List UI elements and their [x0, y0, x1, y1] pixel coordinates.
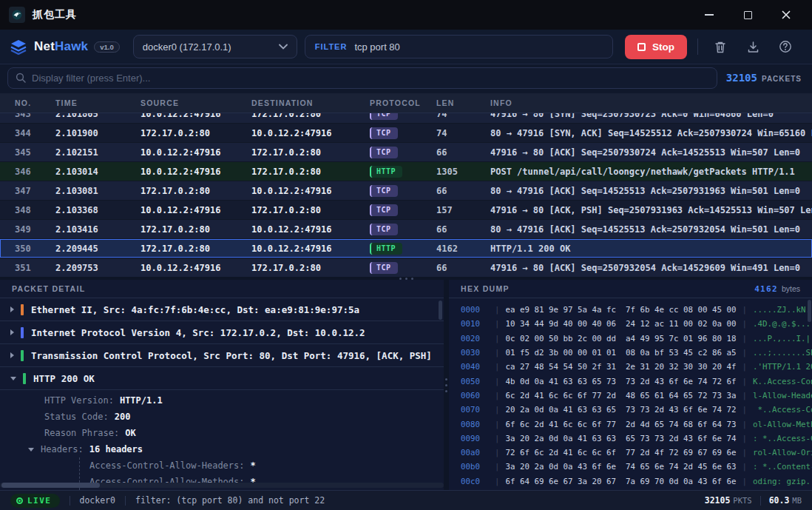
cell-time: 2.103081	[55, 186, 141, 196]
header-item-value: *	[251, 460, 256, 471]
hex-row[interactable]: 0000|ea e9 81 9e 97 5a 4a fc 7f 6b 4e cc…	[461, 303, 812, 317]
hex-bytes-label: bytes	[782, 284, 800, 293]
live-ring-icon	[16, 497, 23, 504]
detail-layer-row[interactable]: Ethernet II, Src: 4a:fc:7f:6b:4e:cc, Dst…	[0, 298, 444, 321]
cell-protocol: HTTP	[370, 166, 436, 178]
hex-row[interactable]: 0010|10 34 44 9d 40 00 40 06 24 12 ac 11…	[461, 317, 812, 331]
hex-separator: |	[495, 434, 500, 443]
hex-bytes: ca 27 48 54 54 50 2f 31 2e 31 20 32 30 3…	[506, 362, 737, 372]
help-icon[interactable]	[771, 35, 800, 58]
detail-layer-row[interactable]: Transmission Control Protocol, Src Port:…	[0, 344, 444, 367]
col-protocol[interactable]: PROTOCOL	[370, 98, 436, 107]
packet-detail-tree: Ethernet II, Src: 4a:fc:7f:6b:4e:cc, Dst…	[0, 298, 444, 490]
trash-icon[interactable]	[706, 35, 735, 58]
hex-row[interactable]: 0020|0c 02 00 50 bb 2c 00 dd a4 49 95 7c…	[461, 332, 812, 346]
display-filter-input[interactable]	[32, 73, 709, 84]
hex-row[interactable]: 00a0|72 6f 6c 2d 41 6c 6c 6f 77 2d 4f 72…	[461, 446, 812, 460]
protocol-badge: TCP	[370, 224, 398, 235]
table-row[interactable]: 3512.20975310.0.12.2:47916172.17.0.2:80T…	[0, 258, 812, 277]
hex-offset: 0020	[461, 334, 489, 343]
table-row[interactable]: 3482.10336810.0.12.2:47916172.17.0.2:80T…	[0, 201, 812, 220]
hex-row[interactable]: 0090|3a 20 2a 0d 0a 41 63 63 65 73 73 2d…	[461, 432, 812, 446]
cell-info: 47916 → 80 [ACK] Seq=2507932054 Ack=1452…	[490, 263, 812, 273]
hex-separator: |	[495, 477, 500, 486]
hex-separator: |	[495, 319, 500, 329]
hex-offset: 00a0	[461, 448, 489, 457]
table-row[interactable]: 3472.103081172.17.0.2:8010.0.12.2:47916T…	[0, 181, 812, 201]
stop-button[interactable]: Stop	[625, 35, 687, 59]
hex-bytes: 20 2a 0d 0a 41 63 63 65 73 73 2d 43 6f 6…	[506, 405, 737, 415]
cell-info: 47916 → 80 [SYN] Seq=2507930723 Ack=0 Wi…	[490, 113, 812, 119]
hex-separator: |	[495, 405, 500, 415]
table-row[interactable]: 3442.101900172.17.0.2:8010.0.12.2:47916T…	[0, 124, 812, 143]
detail-horizontal-scrollbar[interactable]	[0, 483, 444, 488]
table-row[interactable]: 3502.209445172.17.0.2:8010.0.12.2:47916H…	[0, 239, 812, 258]
packet-table: 3432.10180510.0.12.2:47916172.17.0.2:80T…	[0, 113, 812, 277]
statusbar-interface: docker0	[80, 495, 115, 506]
cell-source: 172.17.0.2:80	[141, 128, 251, 138]
toolbar: NetHawk v1.0 docker0 (172.17.0.1) FILTER…	[0, 30, 812, 64]
cell-no: 343	[15, 113, 55, 119]
statusbar-pkts-label: PKTS	[733, 496, 751, 505]
close-icon[interactable]	[777, 5, 796, 24]
cell-source: 10.0.12.2:47916	[141, 167, 251, 177]
vertical-split-handle[interactable]	[444, 280, 449, 490]
maximize-icon[interactable]	[738, 5, 757, 24]
col-destination[interactable]: DESTINATION	[251, 98, 370, 107]
hex-separator: |	[495, 348, 500, 358]
detail-layer-row[interactable]: Internet Protocol Version 4, Src: 172.17…	[0, 321, 444, 344]
hex-ascii: K..Access-Contro	[753, 377, 812, 386]
cell-info: 47916 → 80 [ACK] Seq=2507930724 Ack=1452…	[490, 147, 812, 158]
cell-time: 2.103416	[55, 224, 141, 235]
layer-color-bar	[21, 327, 24, 338]
hex-dump-title: HEX DUMP	[461, 284, 510, 293]
statusbar-stats: 32105PKTS 60.3MB	[705, 495, 802, 506]
collapse-arrow-icon	[10, 352, 14, 358]
cell-len: 66	[436, 263, 490, 273]
col-info[interactable]: INFO	[490, 98, 812, 107]
detail-headers-row[interactable]: Headers:16 headers	[0, 441, 444, 457]
protocol-badge: TCP	[370, 113, 398, 120]
table-row[interactable]: 3462.10301410.0.12.2:47916172.17.0.2:80H…	[0, 162, 812, 181]
col-time[interactable]: TIME	[55, 98, 141, 107]
cell-protocol: TCP	[370, 147, 436, 158]
cell-protocol: TCP	[370, 185, 436, 197]
protocol-badge: TCP	[370, 185, 398, 197]
hex-bytes-count: 4162	[754, 284, 778, 294]
table-row[interactable]: 3492.103416172.17.0.2:8010.0.12.2:47916T…	[0, 220, 812, 239]
hex-offset: 0010	[461, 319, 489, 329]
cell-protocol: TCP	[370, 262, 436, 274]
hex-offset: 0080	[461, 420, 489, 429]
hex-ascii: : *..Access-Cont	[753, 434, 812, 443]
col-no[interactable]: NO.	[15, 98, 55, 107]
hex-row[interactable]: 00c0|6f 64 69 6e 67 3a 20 67 7a 69 70 0d…	[461, 474, 812, 489]
stop-square-icon	[637, 43, 646, 51]
hex-row[interactable]: 0080|6f 6c 2d 41 6c 6c 6f 77 2d 4d 65 74…	[461, 417, 812, 431]
cell-len: 74	[436, 113, 490, 119]
cell-no: 346	[15, 167, 55, 177]
interface-select[interactable]: docker0 (172.17.0.1)	[133, 35, 297, 58]
cell-no: 345	[15, 147, 55, 158]
col-source[interactable]: SOURCE	[141, 98, 251, 107]
protocol-badge: TCP	[370, 147, 398, 158]
hex-row[interactable]: 0070|20 2a 0d 0a 41 63 63 65 73 73 2d 43…	[461, 403, 812, 417]
col-len[interactable]: LEN	[436, 98, 490, 107]
hex-row[interactable]: 00b0|3a 20 2a 0d 0a 43 6f 6e 74 65 6e 74…	[461, 460, 812, 474]
hex-row[interactable]: 0060|6c 2d 41 6c 6c 6f 77 2d 48 65 61 64…	[461, 389, 812, 403]
detail-layer-row[interactable]: HTTP 200 OK	[0, 367, 444, 390]
hex-separator: |	[742, 405, 748, 415]
table-row[interactable]: 3432.10180510.0.12.2:47916172.17.0.2:80T…	[0, 113, 812, 124]
minimize-icon[interactable]	[700, 5, 719, 24]
download-icon[interactable]	[738, 35, 768, 58]
hex-offset: 00c0	[461, 477, 489, 486]
cell-protocol: TCP	[370, 224, 436, 235]
hex-vertical-scrollbar[interactable]	[808, 300, 811, 322]
detail-vertical-scrollbar[interactable]	[439, 301, 442, 320]
brand-name: NetHawk	[34, 39, 88, 54]
hex-separator: |	[495, 305, 500, 315]
hex-row[interactable]: 0030|01 f5 d2 3b 00 00 01 01 08 0a bf 53…	[461, 346, 812, 360]
capture-filter-box[interactable]: FILTER tcp port 80	[305, 35, 613, 58]
hex-row[interactable]: 0040|ca 27 48 54 54 50 2f 31 2e 31 20 32…	[461, 360, 812, 374]
hex-row[interactable]: 0050|4b 0d 0a 41 63 63 65 73 73 2d 43 6f…	[461, 374, 812, 388]
table-row[interactable]: 3452.10215110.0.12.2:47916172.17.0.2:80T…	[0, 143, 812, 162]
